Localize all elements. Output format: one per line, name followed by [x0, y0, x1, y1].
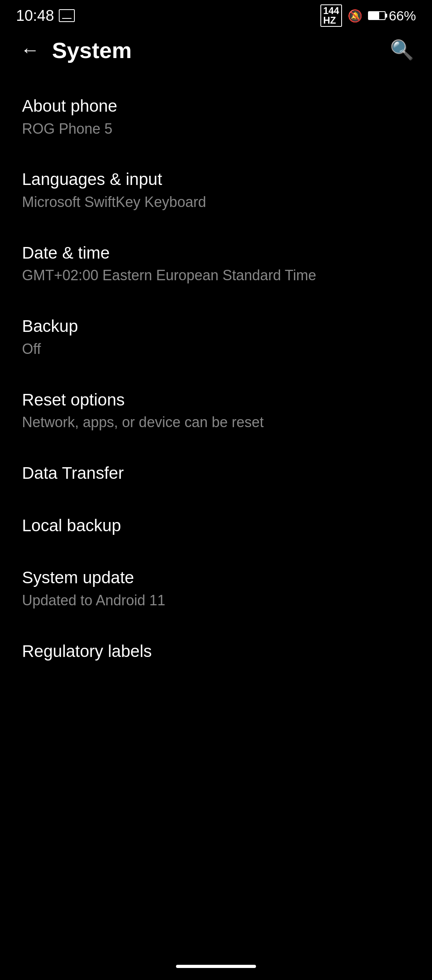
nav-bar-indicator: [176, 965, 256, 968]
menu-item-reset-options[interactable]: Reset optionsNetwork, apps, or device ca…: [0, 374, 432, 447]
back-button[interactable]: ←: [16, 36, 44, 64]
menu-item-title-languages-input: Languages & input: [22, 169, 410, 191]
menu-item-title-system-update: System update: [22, 567, 410, 589]
status-right: 144HZ 🔕 66%: [320, 4, 416, 27]
status-left: 10:48: [16, 7, 75, 24]
refresh-rate-icon: 144HZ: [320, 4, 342, 27]
menu-list: About phoneROG Phone 5Languages & inputM…: [0, 72, 432, 685]
battery-percent: 66%: [389, 8, 416, 24]
menu-item-subtitle-date-time: GMT+02:00 Eastern European Standard Time: [22, 266, 410, 285]
search-icon: 🔍: [390, 39, 414, 61]
status-time: 10:48: [16, 7, 54, 24]
battery-fill: [369, 12, 379, 19]
menu-item-title-backup: Backup: [22, 315, 410, 337]
menu-item-title-data-transfer: Data Transfer: [22, 462, 410, 484]
menu-item-about-phone[interactable]: About phoneROG Phone 5: [0, 80, 432, 153]
menu-item-subtitle-about-phone: ROG Phone 5: [22, 120, 410, 139]
menu-item-local-backup[interactable]: Local backup: [0, 500, 432, 552]
menu-item-title-regulatory-labels: Regulatory labels: [22, 641, 410, 663]
image-status-icon: [59, 9, 75, 22]
search-button[interactable]: 🔍: [388, 36, 416, 64]
back-arrow-icon: ←: [20, 40, 40, 60]
menu-item-regulatory-labels[interactable]: Regulatory labels: [0, 625, 432, 678]
menu-item-title-date-time: Date & time: [22, 242, 410, 264]
menu-item-title-reset-options: Reset options: [22, 389, 410, 411]
menu-item-title-about-phone: About phone: [22, 95, 410, 117]
menu-item-subtitle-backup: Off: [22, 340, 410, 359]
menu-item-date-time[interactable]: Date & timeGMT+02:00 Eastern European St…: [0, 227, 432, 300]
mute-icon: 🔕: [348, 9, 362, 23]
menu-item-subtitle-system-update: Updated to Android 11: [22, 591, 410, 610]
menu-item-languages-input[interactable]: Languages & inputMicrosoft SwiftKey Keyb…: [0, 153, 432, 227]
menu-item-subtitle-reset-options: Network, apps, or device can be reset: [22, 413, 410, 432]
status-bar: 10:48 144HZ 🔕 66%: [0, 0, 432, 28]
page-title: System: [44, 37, 388, 63]
menu-item-title-local-backup: Local backup: [22, 515, 410, 537]
battery-indicator: 66%: [368, 8, 416, 24]
battery-icon: [368, 11, 386, 20]
menu-item-backup[interactable]: BackupOff: [0, 300, 432, 374]
menu-item-system-update[interactable]: System updateUpdated to Android 11: [0, 552, 432, 625]
menu-item-subtitle-languages-input: Microsoft SwiftKey Keyboard: [22, 193, 410, 212]
header: ← System 🔍: [0, 28, 432, 72]
menu-item-data-transfer[interactable]: Data Transfer: [0, 447, 432, 500]
